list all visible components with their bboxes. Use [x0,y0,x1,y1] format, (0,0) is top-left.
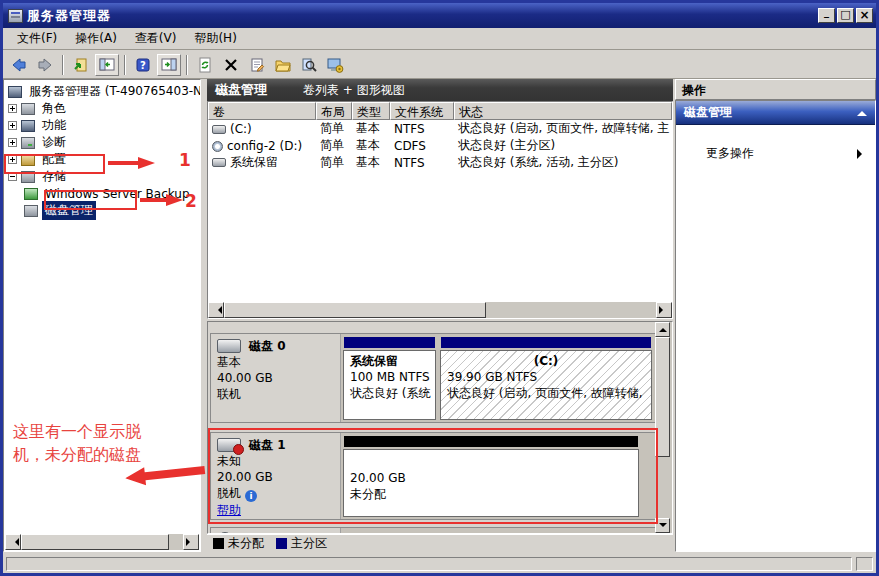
scroll-up-icon[interactable] [655,322,670,337]
tree-item-disk-management[interactable]: 磁盘管理 [8,202,200,219]
manage-computer-icon[interactable] [323,54,347,76]
tree-item-storage[interactable]: 存储 [8,168,200,185]
collapse-section-icon[interactable] [857,106,867,116]
partition-system-reserved[interactable]: 系统保留 100 MB NTFS 状态良好 (系统 [343,336,436,420]
volume-list-horizontal-scrollbar[interactable] [208,302,672,318]
header-subtitle: 卷列表 + 图形视图 [303,82,405,99]
unallocated-bar [344,436,638,447]
scroll-left-icon[interactable] [208,302,224,318]
storage-icon [21,171,35,183]
close-button[interactable] [856,8,873,23]
primary-partition-bar [344,337,435,348]
delete-icon[interactable] [219,54,243,76]
column-type[interactable]: 类型 [352,102,390,120]
help-icon[interactable]: ? [131,54,155,76]
menu-action[interactable]: 操作(A) [67,28,125,49]
configuration-icon [21,154,35,166]
server-manager-icon [8,86,22,98]
menu-file[interactable]: 文件(F) [9,28,65,49]
minimize-button[interactable] [818,8,835,23]
status-bar [3,554,876,573]
expand-icon[interactable] [8,138,17,147]
menu-help[interactable]: 帮助(H) [186,28,244,49]
diagnostics-icon [21,137,35,149]
scrollbar-thumb[interactable] [224,302,486,318]
scrollbar-thumb[interactable] [655,337,670,457]
column-filesystem[interactable]: 文件系统 [390,102,454,120]
disk-management-icon [24,205,38,217]
info-icon [245,490,257,502]
help-link[interactable]: 帮助 [217,503,241,517]
window-title: 服务器管理器 [27,7,111,25]
export-list-icon[interactable] [69,54,93,76]
svg-text:?: ? [140,60,146,71]
scroll-right-icon[interactable] [656,302,672,318]
collapse-icon[interactable] [8,172,17,181]
column-volume[interactable]: 卷 [208,102,316,120]
title-bar: 服务器管理器 [3,3,876,28]
tree-item-roles[interactable]: 角色 [8,100,200,117]
submenu-arrow-icon [857,149,867,159]
show-console-tree-icon[interactable] [95,54,119,76]
expand-icon[interactable] [8,104,17,113]
back-icon[interactable] [7,54,31,76]
scroll-left-icon[interactable] [5,534,21,550]
disk0-label: 磁盘 0 基本 40.00 GB 联机 [211,334,341,422]
tree-item-diagnostics[interactable]: 诊断 [8,134,200,151]
header-title: 磁盘管理 [215,81,267,99]
refresh-icon[interactable] [193,54,217,76]
server-manager-window: 服务器管理器 文件(F) 操作(A) 查看(V) 帮助(H) ? [0,0,879,576]
find-icon[interactable] [297,54,321,76]
disk-icon [217,339,241,353]
properties-icon[interactable] [245,54,269,76]
show-action-pane-icon[interactable] [157,54,181,76]
volume-row-system-reserved[interactable]: 系统保留 简单 基本 NTFS 状态良好 (系统, 活动, 主分区) [208,154,672,171]
actions-header: 操作 [675,79,876,100]
console-tree-panel: 服务器管理器 (T-490765403-ND 角色 功能 诊断 配置 [3,79,201,552]
tree-root-server-manager[interactable]: 服务器管理器 (T-490765403-ND [8,83,200,100]
offline-disk-icon [217,438,241,452]
tree-item-features[interactable]: 功能 [8,117,200,134]
disk-management-header: 磁盘管理 卷列表 + 图形视图 [207,79,673,101]
forward-icon[interactable] [33,54,57,76]
unallocated-swatch [213,538,224,549]
volume-row-config2[interactable]: config-2 (D:) 简单 基本 CDFS 状态良好 (主分区) [208,137,672,154]
actions-panel: 操作 磁盘管理 更多操作 [675,79,876,552]
tree-horizontal-scrollbar[interactable] [5,534,199,550]
partition-c[interactable]: (C:) 39.90 GB NTFS 状态良好 (启动, 页面文件, 故障转储, [440,336,652,420]
legend-primary-partition: 主分区 [276,535,327,552]
partition-unallocated[interactable]: 20.00 GB 未分配 [343,435,639,517]
column-status[interactable]: 状态 [454,102,672,120]
disk0-block[interactable]: 磁盘 0 基本 40.00 GB 联机 系统保留 100 MB NTFS 状态良… [210,333,657,423]
open-folder-icon[interactable] [271,54,295,76]
volume-list: 卷 布局 类型 文件系统 状态 (C:) 简单 基本 NTFS 状态良好 (启动… [207,101,673,319]
disk1-block[interactable]: 磁盘 1 未知 20.00 GB 脱机 帮助 20.00 GB 未分配 [210,432,657,520]
menu-bar: 文件(F) 操作(A) 查看(V) 帮助(H) [3,28,876,50]
app-icon [8,9,23,23]
graphical-view-vertical-scrollbar[interactable] [655,322,672,533]
menu-view[interactable]: 查看(V) [127,28,185,49]
column-layout[interactable]: 布局 [316,102,352,120]
volume-row-c[interactable]: (C:) 简单 基本 NTFS 状态良好 (启动, 页面文件, 故障转储, 主 [208,120,672,137]
annotation-step-1: 1 [179,150,191,170]
expand-icon[interactable] [8,155,17,164]
more-actions-item[interactable]: 更多操作 [676,141,875,166]
maximize-button[interactable] [837,8,854,23]
tree-item-windows-server-backup[interactable]: Windows Server Backup [8,185,200,202]
scroll-down-icon[interactable] [655,518,670,533]
scroll-right-icon[interactable] [183,534,199,550]
annotation-note: 这里有一个显示脱 机，未分配的磁盘 [13,420,141,466]
scrollbar-thumb[interactable] [21,534,169,550]
roles-icon [21,103,35,115]
actions-section-disk-management[interactable]: 磁盘管理 [676,101,875,125]
backup-icon [24,188,38,200]
volume-list-header: 卷 布局 类型 文件系统 状态 [208,102,672,120]
graphical-view: 磁盘 0 基本 40.00 GB 联机 系统保留 100 MB NTFS 状态良… [207,321,673,534]
legend-unallocated: 未分配 [213,535,264,552]
volume-icon [212,125,226,134]
features-icon [21,120,35,132]
cdrom-block[interactable]: CD-ROM 0 [210,527,657,534]
tree-item-configuration[interactable]: 配置 [8,151,200,168]
expand-icon[interactable] [8,121,17,130]
primary-partition-bar [441,337,651,348]
